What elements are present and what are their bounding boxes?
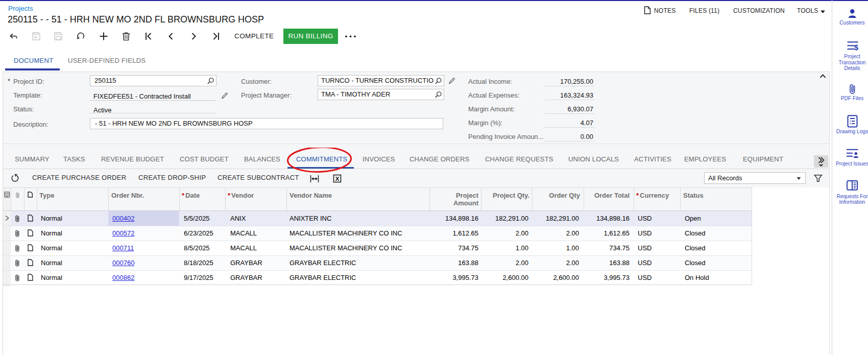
svg-text:$: $ (854, 43, 859, 51)
svg-text:X: X (335, 176, 340, 182)
